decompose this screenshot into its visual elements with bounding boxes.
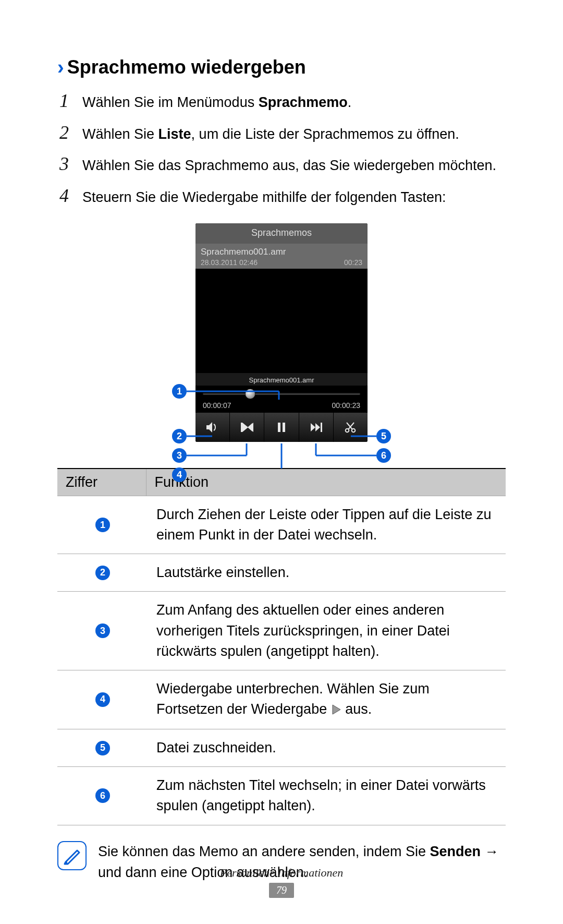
volume-button[interactable] — [195, 413, 229, 442]
seek-bar[interactable] — [203, 389, 360, 399]
function-desc: Zum Anfang des aktuellen oder eines ande… — [146, 592, 506, 670]
elapsed-time: 00:00:07 — [203, 401, 231, 410]
callout-3: 3 — [172, 448, 187, 463]
svg-rect-0 — [278, 423, 280, 432]
step-4: 4 Steuern Sie die Wiedergabe mithilfe de… — [57, 186, 506, 208]
table-row: 2 Lautstärke einstellen. — [57, 554, 506, 592]
display-area — [195, 269, 368, 373]
table-row: 6 Zum nächsten Titel wechseln; in einer … — [57, 767, 506, 825]
page-number: 79 — [269, 883, 294, 898]
step-number: 1 — [57, 91, 71, 113]
callout-2: 2 — [95, 566, 110, 580]
trim-button[interactable] — [333, 413, 368, 442]
total-time: 00:00:23 — [332, 401, 361, 410]
callout-1: 1 — [95, 518, 110, 532]
function-desc: Datei zuschneiden. — [146, 729, 506, 767]
section-name: Persönliche Informationen — [0, 866, 563, 880]
step-text: Wählen Sie das Sprachmemo aus, das Sie w… — [82, 154, 506, 176]
function-table: Ziffer Funktion 1 Durch Ziehen der Leist… — [57, 468, 506, 825]
previous-button[interactable] — [229, 413, 264, 442]
step-1: 1 Wählen Sie im Menümodus Sprachmemo. — [57, 91, 506, 113]
step-text: Wählen Sie Liste, um die Liste der Sprac… — [82, 123, 506, 145]
step-2: 2 Wählen Sie Liste, um die Liste der Spr… — [57, 123, 506, 145]
play-icon — [331, 700, 341, 721]
table-row: 4 Wiedergabe unterbrechen. Wählen Sie zu… — [57, 670, 506, 729]
file-name: Sprachmemo001.amr — [201, 247, 362, 257]
next-button[interactable] — [299, 413, 333, 442]
callout-4: 4 — [95, 692, 110, 707]
function-desc: Durch Ziehen der Leiste oder Tippen auf … — [146, 496, 506, 554]
callout-1: 1 — [172, 384, 187, 399]
table-row: 3 Zum Anfang des aktuellen oder eines an… — [57, 592, 506, 670]
section-heading: › Sprachmemo wiedergeben — [57, 56, 506, 78]
function-desc: Wiedergabe unterbrechen. Wählen Sie zum … — [146, 670, 506, 729]
step-number: 3 — [57, 154, 71, 176]
callout-5: 5 — [376, 429, 391, 443]
file-header: Sprachmemo001.amr 28.03.2011 02:46 00:23 — [195, 244, 368, 269]
page-footer: Persönliche Informationen 79 — [0, 866, 563, 898]
step-number: 4 — [57, 186, 71, 208]
file-date: 28.03.2011 02:46 — [201, 258, 258, 267]
device-title: Sprachmemos — [195, 223, 368, 244]
step-3: 3 Wählen Sie das Sprachmemo aus, das Sie… — [57, 154, 506, 176]
svg-rect-1 — [283, 423, 285, 432]
table-row: 1 Durch Ziehen der Leiste oder Tippen au… — [57, 496, 506, 554]
pause-button[interactable] — [264, 413, 298, 442]
callout-4: 4 — [172, 467, 187, 482]
device-screenshot: Sprachmemos Sprachmemo001.amr 28.03.2011… — [172, 223, 391, 442]
step-text: Wählen Sie im Menümodus Sprachmemo. — [82, 91, 506, 113]
callout-6: 6 — [95, 788, 110, 803]
step-text: Steuern Sie die Wiedergabe mithilfe der … — [82, 186, 506, 208]
now-playing-label: Sprachmemo001.amr — [195, 373, 368, 386]
table-row: 5 Datei zuschneiden. — [57, 729, 506, 767]
callout-3: 3 — [95, 623, 110, 638]
col-funktion: Funktion — [146, 469, 506, 496]
seek-thumb-icon[interactable] — [245, 389, 255, 399]
file-duration: 00:23 — [344, 258, 362, 267]
callout-5: 5 — [95, 741, 110, 755]
function-desc: Zum nächsten Titel wechseln; in einer Da… — [146, 767, 506, 825]
step-number: 2 — [57, 123, 71, 145]
chevron-right-icon: › — [57, 57, 64, 77]
function-desc: Lautstärke einstellen. — [146, 554, 506, 592]
col-ziffer: Ziffer — [57, 469, 146, 496]
callout-6: 6 — [376, 448, 391, 463]
heading-text: Sprachmemo wiedergeben — [67, 56, 306, 78]
callout-2: 2 — [172, 429, 187, 443]
